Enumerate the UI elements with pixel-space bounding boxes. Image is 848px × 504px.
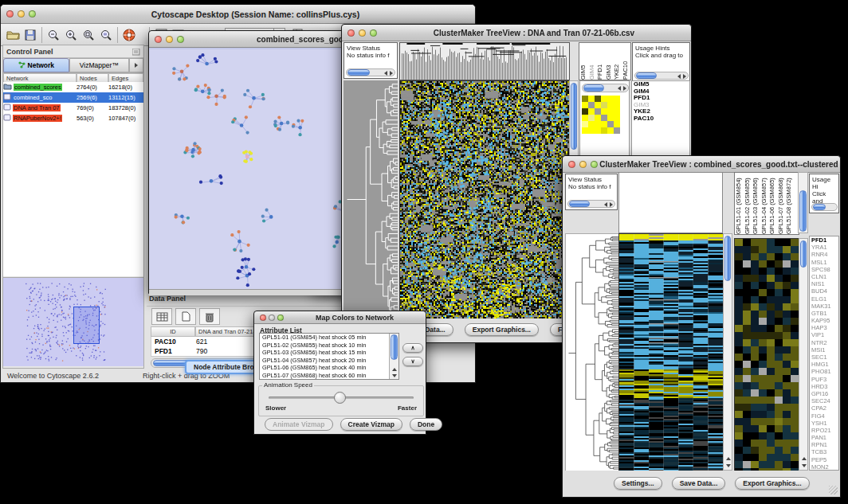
tv2-hints-scrollbar[interactable] [811,203,838,211]
mini-heatmap-cell[interactable] [607,102,614,108]
close-icon[interactable] [155,36,162,43]
gene-label[interactable]: HMG1 [810,361,838,368]
tv2-col-label[interactable]: GPL51-02 (GSM855) [744,173,752,234]
mini-heatmap-cell[interactable] [595,115,601,121]
zoom-window-icon[interactable] [177,36,184,43]
move-up-button[interactable]: ∧ [402,343,423,353]
tv2-zoom-vscrollbar[interactable] [799,238,808,471]
mini-heatmap-cell[interactable] [582,121,588,127]
tv1-status-scrollbar[interactable] [346,68,395,76]
gene-label[interactable]: GPI16 [810,390,838,397]
gene-label[interactable]: PFD1 [810,236,838,244]
close-icon[interactable] [260,315,266,321]
gene-label[interactable]: PUF3 [810,376,838,383]
mini-heatmap-cell[interactable] [582,115,588,121]
gene-label[interactable]: PHO81 [810,368,838,375]
mini-heatmap-cell[interactable] [614,121,620,127]
zoom-window-icon[interactable] [29,10,36,18]
mini-heatmap-cell[interactable] [607,127,614,134]
tv2-col-label[interactable]: GPL51-08 (GSM872) [785,173,794,234]
tv1-hints-scrollbar[interactable] [634,72,689,80]
tv2-col-label[interactable]: GPL51-07 (GSM868) [777,173,786,234]
gene-label[interactable]: FIG4 [810,412,838,420]
attribute-item[interactable]: GPL51-03 (GSM856) heat shock 15 min [260,349,387,357]
mini-heatmap-cell[interactable] [601,115,607,121]
gene-label[interactable]: NIS1 [810,280,838,287]
mini-heatmap-cell[interactable] [614,127,620,134]
gene-label[interactable]: RPN1 [810,441,838,448]
animate-vizmap-button[interactable]: Animate Vizmap [265,418,333,431]
gene-label[interactable]: SEC24 [810,397,838,404]
save-icon[interactable] [22,26,39,44]
done-button[interactable]: Done [410,418,442,431]
gene-label[interactable]: SEC1 [810,354,838,361]
mini-heatmap-cell[interactable] [601,108,607,115]
tv2-col-label[interactable]: GPL51-03 (GSM856) [752,173,760,234]
zoom-in-icon[interactable] [62,26,80,44]
gene-label[interactable]: BUD4 [810,287,838,295]
tv1-row-label[interactable]: PAC10 [632,115,689,123]
network-overview[interactable] [3,277,143,368]
gene-label[interactable]: CLN1 [810,273,838,280]
tv1-summary-heatmap[interactable] [582,96,620,134]
main-titlebar[interactable]: Cytoscape Desktop (Session Name: collins… [1,5,475,24]
gene-label[interactable]: VIP1 [810,331,838,338]
tv1-col-label[interactable]: GIM4 [588,43,597,80]
mini-heatmap-cell[interactable] [601,127,607,134]
tv2-heatmap[interactable] [618,233,724,472]
zoom-window-icon[interactable] [277,315,284,321]
tab-vizmapper[interactable]: VizMapper™ [69,58,129,72]
gene-label[interactable]: SPC98 [810,266,838,273]
gene-label[interactable]: GTB1 [810,310,838,317]
minimize-icon[interactable] [269,315,275,321]
attribute-item[interactable]: GPL51-06 (GSM865) heat shock 40 min [260,364,387,372]
minimize-icon[interactable] [18,10,25,18]
mini-heatmap-cell[interactable] [588,96,595,102]
gene-label[interactable]: MSL1 [810,259,838,266]
close-icon[interactable] [6,10,14,18]
float-panel-icon[interactable] [132,45,140,59]
gene-label[interactable]: RPO21 [810,427,838,434]
attribute-item[interactable]: GPL51-04 (GSM857) heat shock 20 min [260,357,387,365]
mini-heatmap-cell[interactable] [595,127,601,134]
mini-heatmap-cell[interactable] [582,102,588,108]
gene-label[interactable]: MAK31 [810,303,838,310]
tv2-labels-scrollbar[interactable] [798,172,808,233]
help-lifering-icon[interactable] [120,26,138,44]
create-vizmap-button[interactable]: Create Vizmap [340,418,402,431]
network-tree-row[interactable]: combined_scores 2764(0) 16218(0) [3,82,143,92]
mini-heatmap-cell[interactable] [595,108,601,115]
zoom-window-icon[interactable] [591,161,598,168]
gene-label[interactable]: PEP5 [810,456,838,463]
minimize-icon[interactable] [166,36,173,43]
attribute-item[interactable]: GPL51-01 (GSM854) heat shock 05 min [260,334,387,342]
mini-heatmap-cell[interactable] [607,108,614,115]
tv1-heatmap[interactable] [399,80,570,319]
gene-label[interactable]: NTR2 [810,339,838,346]
network-tree-row[interactable]: DNA and Tran 07 769(0) 183728(0) [3,103,143,113]
attribute-item[interactable]: GPL51-02 (GSM855) heat shock 10 min [260,342,387,350]
mini-heatmap-cell[interactable] [582,127,588,134]
mini-heatmap-cell[interactable] [614,115,620,121]
close-icon[interactable] [347,29,355,37]
minimize-icon[interactable] [359,29,366,37]
gene-label[interactable]: CPA2 [810,404,838,412]
gene-label[interactable]: YRA1 [810,244,838,251]
tv2-col-label[interactable]: GPL51-06 (GSM865) [768,173,777,234]
tv2-row-dendrogram[interactable] [565,233,619,472]
tv1-mini-hscrollbar[interactable] [582,84,629,92]
mini-heatmap-cell[interactable] [588,121,595,127]
minimize-icon[interactable] [579,161,587,168]
zoom-selected-icon[interactable] [97,26,115,44]
zoom-fit-icon[interactable] [80,26,97,44]
network-tree-row[interactable]: combined_sco 2569(6) 13112(15) [3,92,143,103]
mini-heatmap-cell[interactable] [582,96,588,102]
tv2-col-label[interactable]: GPL51-04 (GSM857) [760,173,769,234]
gene-label[interactable]: KAP95 [810,317,838,324]
zoom-out-icon[interactable] [45,26,62,44]
new-attribute-icon[interactable] [175,308,196,325]
zoom-window-icon[interactable] [370,29,377,37]
gene-label[interactable]: ELG1 [810,295,838,303]
mini-heatmap-cell[interactable] [601,121,607,127]
attribute-list-scrollbar[interactable] [389,334,398,379]
